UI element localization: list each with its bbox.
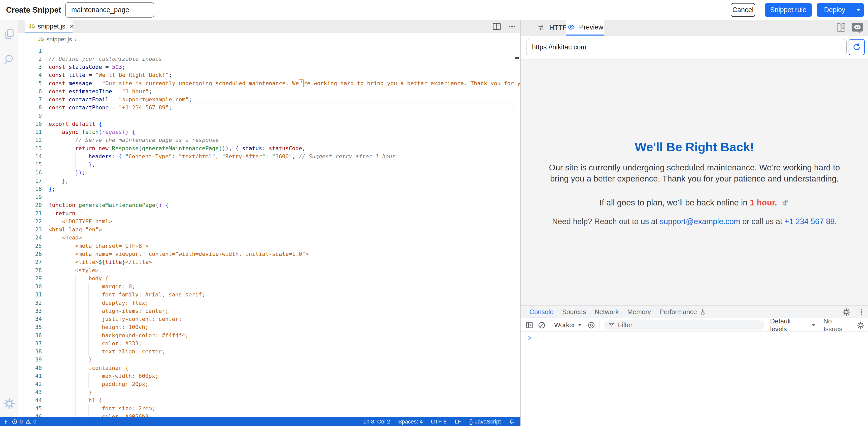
code-line[interactable]: 12// Serve the maintenance page as a res… (19, 136, 514, 144)
errors-count: 0 (20, 419, 23, 425)
snippet-rule-button[interactable]: Snippet rule (765, 3, 812, 17)
code-line[interactable]: 22<!DOCTYPE html> (19, 218, 514, 226)
code-line[interactable]: 18}; (19, 185, 514, 193)
code-line[interactable]: 19 (19, 193, 514, 201)
devtools-tab-console[interactable]: Console (528, 306, 554, 318)
split-editor-icon[interactable] (492, 22, 502, 31)
line-number: 35 (19, 323, 49, 331)
close-tab-icon[interactable]: × (69, 23, 74, 30)
code-line[interactable]: 20function generateMaintenancePage() { (19, 201, 514, 209)
code-line[interactable]: 45font-size: 2rem; (19, 404, 514, 413)
code-line[interactable]: 21 return ` (19, 209, 514, 218)
indentation-setting[interactable]: Spaces: 4 (398, 419, 423, 425)
phone-link[interactable]: +1 234 567 89 (784, 217, 835, 226)
code-line[interactable]: 25<meta charset="UTF-8"> (19, 242, 514, 250)
issues-counter[interactable]: No Issues (824, 317, 852, 333)
console-sidebar-toggle-icon[interactable] (525, 321, 533, 330)
code-line[interactable]: 43} (19, 388, 514, 396)
code-line[interactable]: 29body { (19, 275, 514, 283)
deploy-button[interactable]: Deploy (817, 3, 864, 17)
code-line[interactable]: 31font-family: Arial, sans-serif; (19, 291, 514, 299)
code-line[interactable]: 15}, (19, 161, 514, 169)
code-line[interactable]: 23<html lang="en"> (19, 226, 514, 234)
code-line[interactable]: 39} (19, 356, 514, 364)
console-output[interactable] (521, 332, 868, 426)
code-line[interactable]: 14headers: { "Content-Type": "text/html"… (19, 152, 514, 161)
code-line[interactable]: 40.container { (19, 364, 514, 372)
code-line[interactable]: 32display: flex; (19, 299, 514, 307)
preview-url-input[interactable] (526, 39, 846, 55)
refresh-button[interactable] (848, 39, 865, 55)
code-line[interactable]: 10export default { (19, 120, 514, 128)
code-line[interactable]: 37color: #333; (19, 340, 514, 348)
search-icon[interactable] (3, 53, 16, 65)
code-line[interactable]: 26<meta name="viewport" content="width=d… (19, 250, 514, 258)
devtools-tab-performance[interactable]: Performance (658, 306, 707, 318)
code-line[interactable]: 24<head> (19, 234, 514, 242)
breadcrumb-more[interactable]: … (79, 36, 85, 43)
code-line[interactable]: 44h1 { (19, 397, 514, 404)
devtools-tab-network[interactable]: Network (594, 306, 620, 318)
devtools-tab-memory[interactable]: Memory (626, 306, 652, 318)
devtools-settings-gear-icon[interactable] (842, 308, 850, 316)
code-line[interactable]: 36background-color: #f4f4f4; (19, 332, 514, 340)
code-line[interactable]: 34justify-content: center; (19, 315, 514, 323)
code-line[interactable]: 4const title = "We'll Be Right Back!"; (19, 71, 514, 79)
code-line[interactable]: 1 (19, 47, 514, 55)
support-email-link[interactable]: support@example.com (660, 217, 740, 226)
documentation-book-icon[interactable] (835, 22, 847, 33)
code-line[interactable]: 11async fetch(request) { (19, 128, 514, 136)
code-lines[interactable]: 12// Define your customizable inputs3con… (19, 46, 520, 417)
code-line[interactable]: 27<title>${title}</title> (19, 258, 514, 266)
code-line[interactable]: 7const contactEmail = "support@example.c… (19, 95, 514, 104)
cancel-button[interactable]: Cancel (731, 3, 755, 17)
language-mode[interactable]: {} JavaScript (469, 419, 501, 425)
code-line[interactable]: 28<style> (19, 266, 514, 275)
code-line[interactable]: 17}, (19, 177, 514, 185)
devtools-more-menu-icon[interactable] (861, 311, 862, 313)
execution-context-select[interactable]: Worker (554, 321, 582, 329)
eol-setting[interactable]: LF (455, 419, 461, 425)
remote-lightning-icon[interactable] (3, 419, 9, 425)
code-line[interactable]: 3const statusCode = 503; (19, 63, 514, 71)
breadcrumb[interactable]: JS snippet.js › … (19, 33, 520, 46)
errors-indicator[interactable]: 0 (11, 419, 23, 425)
tab-preview[interactable]: Preview (566, 20, 604, 35)
code-line[interactable]: 30margin: 0; (19, 283, 514, 291)
settings-gear-icon[interactable] (3, 398, 16, 409)
cursor-position[interactable]: Ln 8, Col 2 (363, 419, 390, 425)
snippet-name-input[interactable] (65, 2, 154, 18)
encoding-setting[interactable]: UTF-8 (431, 419, 446, 425)
discord-icon[interactable] (851, 22, 864, 33)
notifications-bell-icon[interactable] (509, 419, 515, 425)
code-line[interactable]: 35height: 100vh; (19, 323, 514, 331)
devtools-tab-sources[interactable]: Sources (561, 306, 587, 318)
line-number: 19 (19, 193, 49, 201)
javascript-file-icon: JS (28, 23, 35, 29)
code-line[interactable]: 38text-align: center; (19, 348, 514, 356)
more-actions-icon[interactable] (511, 26, 513, 27)
code-line[interactable]: 42padding: 20px; (19, 380, 514, 388)
console-settings-gear-icon[interactable] (857, 321, 865, 330)
code-line[interactable]: 13return new Response(generateMaintenanc… (19, 144, 514, 152)
breadcrumb-file[interactable]: snippet.js (46, 36, 72, 43)
warning-triangle-icon (25, 419, 31, 425)
tab-snippet-js[interactable]: JS snippet.js × (25, 20, 72, 33)
code-line[interactable]: 8const contactPhone = "+1 234 567 89"; (19, 104, 514, 112)
code-line[interactable]: 33align-items: center; (19, 307, 514, 315)
deploy-dropdown-button[interactable] (852, 3, 864, 17)
code-line[interactable]: 5const message = "Our site is currently … (19, 79, 514, 87)
log-levels-select[interactable]: Default levels (770, 317, 815, 333)
code-line[interactable]: 2// Define your customizable inputs (19, 55, 514, 63)
warnings-indicator[interactable]: 0 (25, 419, 36, 425)
files-icon[interactable] (3, 28, 16, 40)
clear-console-icon[interactable] (537, 321, 546, 330)
console-filter-input[interactable]: Filter (604, 320, 765, 330)
code-line[interactable]: 41max-width: 600px; (19, 372, 514, 380)
code-line[interactable]: 9 (19, 112, 514, 120)
code-line[interactable]: 16}); (19, 169, 514, 177)
indent-guide (62, 152, 75, 161)
live-expression-eye-icon[interactable] (587, 321, 595, 330)
code-line[interactable]: 46color: #0056b3; (19, 413, 514, 417)
code-line[interactable]: 6const estimatedTime = "1 hour"; (19, 87, 514, 95)
